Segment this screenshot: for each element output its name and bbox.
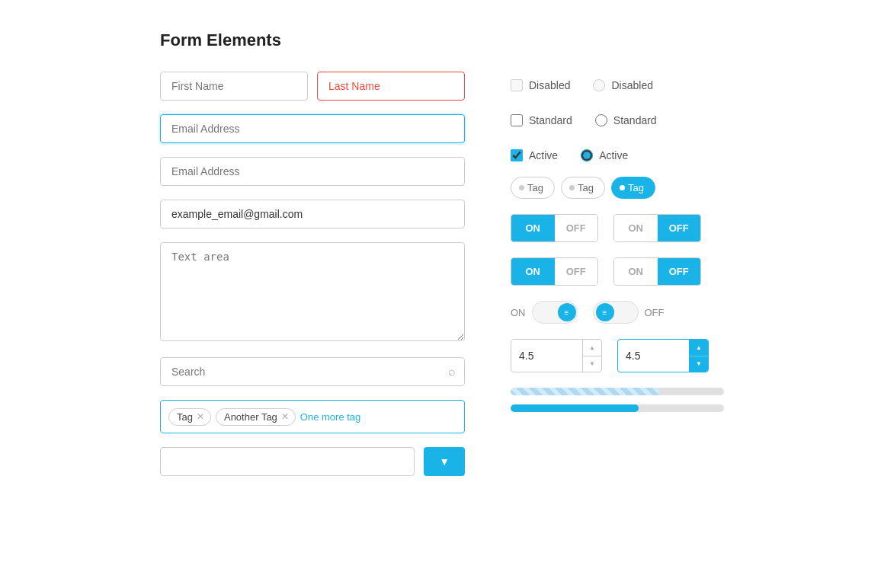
tag-inline-input[interactable] bbox=[300, 411, 428, 423]
round-toggle-2-track[interactable]: ≡ bbox=[593, 301, 639, 324]
toggle-1-on[interactable]: ON bbox=[511, 215, 555, 241]
main-layout: ⌕ Tag ✕ Another Tag ✕ ▼ bbox=[0, 72, 884, 476]
stepper-1: ▲ ▼ bbox=[511, 339, 602, 372]
textarea-input[interactable] bbox=[160, 242, 465, 341]
progress-section bbox=[511, 388, 724, 412]
stepper-2-up[interactable]: ▲ bbox=[690, 340, 708, 356]
tag-dot-2 bbox=[569, 185, 575, 190]
textarea-row bbox=[160, 242, 465, 344]
progress-bar-2-fill bbox=[511, 404, 639, 412]
tag-badge-3[interactable]: Tag bbox=[611, 177, 655, 199]
progress-bar-1 bbox=[511, 388, 724, 395]
bottom-submit-button[interactable]: ▼ bbox=[424, 447, 465, 476]
toggle-2: ON OFF bbox=[613, 214, 701, 242]
stepper-1-input[interactable] bbox=[511, 342, 582, 369]
right-column: Disabled Disabled Standard Stand bbox=[511, 72, 724, 476]
radio-standard: Standard bbox=[595, 114, 657, 126]
toggle-row-1: ON OFF ON OFF bbox=[511, 214, 724, 242]
tag-chip-1: Tag ✕ bbox=[168, 408, 211, 426]
tag-chip-2: Another Tag ✕ bbox=[216, 408, 296, 426]
toggle-2-off[interactable]: OFF bbox=[658, 215, 701, 241]
round-toggle-2-off-label: OFF bbox=[645, 307, 665, 318]
search-icon: ⌕ bbox=[448, 365, 456, 379]
standard-row: Standard Standard bbox=[511, 114, 724, 126]
check-radio-section: Disabled Disabled Standard Stand bbox=[511, 79, 724, 161]
email-filled-input[interactable] bbox=[160, 200, 465, 228]
radio-standard-label: Standard bbox=[613, 114, 657, 126]
progress-bar-1-fill bbox=[511, 388, 660, 395]
left-column: ⌕ Tag ✕ Another Tag ✕ ▼ bbox=[160, 72, 465, 476]
bottom-text-input[interactable] bbox=[160, 447, 415, 476]
tag-chip-2-label: Another Tag bbox=[224, 411, 277, 423]
round-toggle-2: ≡ OFF bbox=[593, 301, 665, 324]
search-input[interactable] bbox=[160, 357, 465, 386]
radio-disabled-label: Disabled bbox=[611, 79, 652, 91]
stepper-2-input[interactable] bbox=[618, 342, 689, 369]
tag-input-box[interactable]: Tag ✕ Another Tag ✕ bbox=[160, 400, 465, 433]
tag-chip-2-remove[interactable]: ✕ bbox=[281, 412, 289, 421]
radio-active: Active bbox=[581, 149, 628, 161]
round-toggle-row: ON ≡ ≡ OFF bbox=[511, 301, 724, 324]
round-toggle-1-track[interactable]: ≡ bbox=[532, 301, 578, 324]
stepper-2-down[interactable]: ▼ bbox=[690, 356, 708, 372]
tag-badge-2-label: Tag bbox=[578, 182, 594, 193]
stepper-1-up[interactable]: ▲ bbox=[583, 340, 601, 356]
tags-section: Tag Tag Tag bbox=[511, 177, 724, 199]
checkbox-disabled: Disabled bbox=[511, 79, 570, 91]
stepper-row: ▲ ▼ ▲ ▼ bbox=[511, 339, 724, 372]
toggle-3-off[interactable]: OFF bbox=[555, 258, 598, 285]
email-filled-row bbox=[160, 200, 465, 228]
radio-disabled-input[interactable] bbox=[593, 79, 605, 91]
checkbox-active: Active bbox=[511, 149, 558, 161]
tag-badge-1[interactable]: Tag bbox=[511, 177, 555, 199]
stepper-2-arrows: ▲ ▼ bbox=[689, 340, 708, 372]
tag-chip-1-label: Tag bbox=[177, 411, 193, 423]
radio-standard-input[interactable] bbox=[595, 114, 607, 126]
checkbox-active-label: Active bbox=[529, 149, 558, 161]
email-empty-row bbox=[160, 157, 465, 186]
toggle-4-off[interactable]: OFF bbox=[658, 258, 701, 285]
radio-disabled: Disabled bbox=[593, 79, 652, 91]
toggle-3: ON OFF bbox=[511, 257, 598, 286]
toggle-1: ON OFF bbox=[511, 214, 598, 242]
checkbox-standard-input[interactable] bbox=[511, 114, 523, 126]
email-focused-input[interactable] bbox=[160, 114, 465, 143]
bottom-row: ▼ bbox=[160, 447, 465, 476]
toggle-3-on[interactable]: ON bbox=[511, 258, 555, 285]
round-toggle-1-on-label: ON bbox=[511, 307, 526, 318]
toggle-row-2: ON OFF ON OFF bbox=[511, 257, 724, 286]
checkbox-disabled-input[interactable] bbox=[511, 79, 523, 91]
round-toggle-1: ON ≡ bbox=[511, 301, 578, 324]
tag-dot-1 bbox=[519, 185, 524, 190]
tag-badge-3-label: Tag bbox=[628, 182, 644, 193]
toggle-4-on[interactable]: ON bbox=[614, 258, 658, 285]
search-row: ⌕ bbox=[160, 357, 465, 386]
toggle-4: ON OFF bbox=[613, 257, 701, 286]
first-name-input[interactable] bbox=[160, 72, 308, 101]
tag-badge-2[interactable]: Tag bbox=[561, 177, 605, 199]
checkbox-active-input[interactable] bbox=[511, 149, 523, 161]
email-empty-input[interactable] bbox=[160, 157, 465, 186]
page: Form Elements bbox=[0, 0, 884, 588]
stepper-1-arrows: ▲ ▼ bbox=[582, 340, 601, 372]
tag-dot-3 bbox=[620, 185, 625, 190]
checkbox-standard-label: Standard bbox=[529, 114, 572, 126]
radio-active-input[interactable] bbox=[581, 149, 593, 161]
bottom-btn-icon: ▼ bbox=[439, 455, 450, 468]
round-toggle-2-thumb: ≡ bbox=[596, 303, 614, 321]
stepper-1-down[interactable]: ▼ bbox=[583, 356, 601, 372]
disabled-row: Disabled Disabled bbox=[511, 79, 724, 91]
email-focused-row bbox=[160, 114, 465, 143]
page-title: Form Elements bbox=[160, 30, 884, 50]
progress-bar-2 bbox=[511, 404, 724, 412]
checkbox-standard: Standard bbox=[511, 114, 572, 126]
checkbox-disabled-label: Disabled bbox=[529, 79, 570, 91]
toggle-1-off[interactable]: OFF bbox=[555, 215, 598, 241]
tag-chip-1-remove[interactable]: ✕ bbox=[197, 412, 204, 421]
tag-badge-1-label: Tag bbox=[527, 182, 543, 193]
toggle-2-on[interactable]: ON bbox=[614, 215, 658, 241]
radio-active-label: Active bbox=[599, 149, 628, 161]
name-row bbox=[160, 72, 465, 101]
round-toggle-1-thumb: ≡ bbox=[558, 303, 576, 321]
last-name-input[interactable] bbox=[317, 72, 465, 101]
